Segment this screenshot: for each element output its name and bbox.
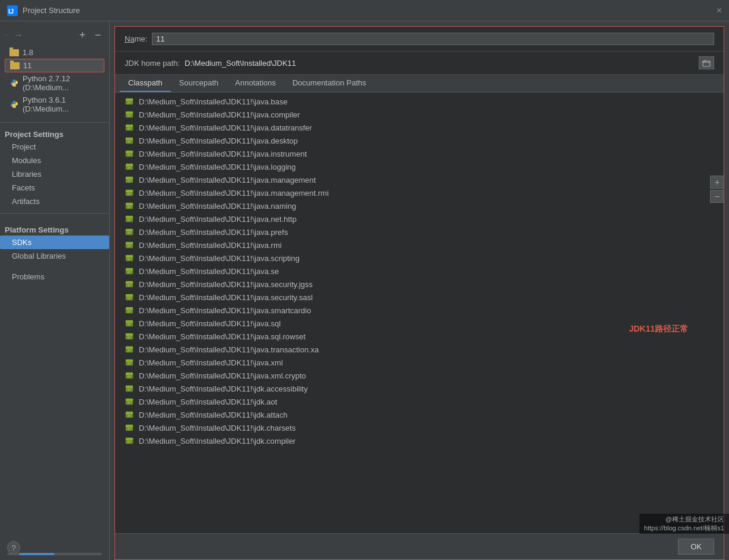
divider (0, 213, 109, 214)
help-button[interactable]: ? (7, 541, 20, 554)
sdk-item-11[interactable]: 11 (5, 59, 104, 72)
sdk-item-label: 1.8 (23, 48, 33, 57)
close-button[interactable]: × (717, 5, 722, 16)
jar-icon (125, 123, 134, 132)
classpath-list[interactable]: D:\Medium_Soft\Installed\JDK11!\java.bas… (115, 93, 724, 559)
jar-icon (125, 345, 134, 354)
svg-rect-32 (126, 190, 133, 192)
classpath-item: D:\Medium_Soft\Installed\JDK11!\jdk.char… (115, 421, 724, 434)
sidebar: ← → + − 1.8 11 (0, 21, 110, 560)
jar-icon (125, 110, 134, 119)
jar-icon (125, 436, 134, 446)
jar-icon (125, 397, 134, 406)
svg-rect-64 (126, 294, 133, 297)
sidebar-item-label: Libraries (12, 170, 42, 179)
jar-icon (125, 136, 134, 145)
svg-rect-4 (126, 98, 133, 101)
name-label: Name: (125, 34, 147, 43)
browse-button[interactable] (699, 56, 714, 69)
tabs-row: Classpath Sourcepath Annotations Documen… (115, 75, 724, 93)
classpath-item-text: D:\Medium_Soft\Installed\JDK11!\java.dat… (139, 123, 312, 132)
tab-classpath[interactable]: Classpath (120, 75, 171, 92)
watermark-line1: @稀土掘金技术社区 (666, 515, 724, 524)
sdk-item-python3[interactable]: Python 3.6.1 (D:\Medium... (5, 94, 104, 115)
remove-sdk-button[interactable]: − (91, 28, 104, 42)
add-sdk-button[interactable]: + (76, 28, 89, 42)
classpath-item-text: D:\Medium_Soft\Installed\JDK11!\jdk.aot (139, 397, 277, 406)
sidebar-item-sdks[interactable]: SDKs (0, 236, 109, 249)
jdk-path-value: D:\Medium_Soft\Installed\JDK11 (184, 59, 694, 68)
classpath-item-text: D:\Medium_Soft\Installed\JDK11!\java.xml… (139, 371, 306, 380)
intellij-icon: IJ (7, 5, 18, 16)
classpath-item: D:\Medium_Soft\Installed\JDK11!\java.man… (115, 186, 724, 199)
classpath-item: D:\Medium_Soft\Installed\JDK11!\java.scr… (115, 252, 724, 265)
classpath-item: D:\Medium_Soft\Installed\JDK11!\jdk.acce… (115, 382, 724, 395)
sidebar-item-modules[interactable]: Modules (0, 154, 109, 167)
sidebar-item-label: Artifacts (12, 197, 40, 206)
jar-icon (125, 371, 134, 380)
title-bar-left: IJ Project Structure (7, 5, 80, 16)
python-icon (9, 78, 19, 88)
jar-icon (125, 332, 134, 341)
classpath-item-text: D:\Medium_Soft\Installed\JDK11!\java.com… (139, 110, 300, 119)
svg-rect-72 (126, 320, 133, 323)
watermark-line2: https://blog.csdn.net/楠桐s1 (644, 524, 724, 533)
bottom-bar: OK (115, 533, 724, 559)
classpath-item: D:\Medium_Soft\Installed\JDK11!\java.xml… (115, 369, 724, 382)
classpath-item-text: D:\Medium_Soft\Installed\JDK11!\java.des… (139, 136, 298, 145)
jar-icon (125, 279, 134, 289)
svg-rect-40 (126, 216, 133, 218)
name-input[interactable] (152, 33, 714, 45)
sdk-item-1.8[interactable]: 1.8 (5, 46, 104, 59)
sidebar-item-label: Global Libraries (12, 252, 66, 260)
sidebar-item-libraries[interactable]: Libraries (0, 167, 109, 181)
classpath-item-text: D:\Medium_Soft\Installed\JDK11!\java.sec… (139, 293, 313, 302)
classpath-item: D:\Medium_Soft\Installed\JDK11!\jdk.comp… (115, 434, 724, 447)
svg-rect-104 (126, 425, 133, 427)
sdk-item-label: Python 2.7.12 (D:\Medium... (23, 74, 100, 92)
classpath-item-text: D:\Medium_Soft\Installed\JDK11!\java.bas… (139, 97, 288, 106)
sidebar-item-project[interactable]: Project (0, 140, 109, 154)
jar-icon (125, 162, 134, 171)
classpath-item-text: D:\Medium_Soft\Installed\JDK11!\java.sma… (139, 306, 311, 315)
content-panel: Name: JDK home path: D:\Medium_Soft\Inst… (114, 26, 724, 560)
jar-icon (125, 266, 134, 276)
forward-arrow[interactable]: → (14, 30, 23, 40)
classpath-item-text: D:\Medium_Soft\Installed\JDK11!\java.man… (139, 189, 329, 198)
svg-rect-108 (126, 438, 133, 440)
svg-rect-2 (703, 61, 710, 66)
classpath-item: D:\Medium_Soft\Installed\JDK11!\java.bas… (115, 95, 724, 108)
classpath-item-text: D:\Medium_Soft\Installed\JDK11!\jdk.atta… (139, 411, 288, 419)
svg-rect-44 (126, 229, 133, 231)
sidebar-item-problems[interactable]: Problems (0, 270, 109, 284)
classpath-item: D:\Medium_Soft\Installed\JDK11!\java.sec… (115, 291, 724, 304)
sidebar-item-global-libraries[interactable]: Global Libraries (0, 249, 109, 263)
tab-sourcepath[interactable]: Sourcepath (171, 75, 227, 92)
tab-annotations[interactable]: Annotations (227, 75, 284, 92)
classpath-item-text: D:\Medium_Soft\Installed\JDK11!\java.man… (139, 176, 316, 184)
svg-rect-12 (126, 125, 133, 127)
svg-rect-60 (126, 281, 133, 284)
classpath-item: D:\Medium_Soft\Installed\JDK11!\java.sma… (115, 304, 724, 317)
classpath-item: D:\Medium_Soft\Installed\JDK11!\java.com… (115, 108, 724, 121)
ok-button[interactable]: OK (678, 539, 714, 555)
back-arrow[interactable]: ← (2, 30, 11, 40)
svg-rect-76 (126, 333, 133, 336)
sidebar-item-facets[interactable]: Facets (0, 181, 109, 195)
jar-icon (125, 384, 134, 393)
svg-rect-36 (126, 203, 133, 205)
sidebar-item-label: Modules (12, 156, 41, 165)
classpath-item-text: D:\Medium_Soft\Installed\JDK11!\java.net… (139, 215, 297, 224)
svg-rect-28 (126, 177, 133, 179)
classpath-item: D:\Medium_Soft\Installed\JDK11!\java.xml (115, 356, 724, 369)
classpath-item: D:\Medium_Soft\Installed\JDK11!\jdk.aot (115, 395, 724, 408)
jar-icon (125, 410, 134, 419)
sidebar-item-artifacts[interactable]: Artifacts (0, 195, 109, 208)
tab-documentation-paths[interactable]: Documentation Paths (284, 75, 374, 92)
python-icon (9, 100, 19, 109)
sdk-item-python2[interactable]: Python 2.7.12 (D:\Medium... (5, 72, 104, 94)
classpath-item: D:\Medium_Soft\Installed\JDK11!\java.man… (115, 173, 724, 186)
classpath-item: D:\Medium_Soft\Installed\JDK11!\java.tra… (115, 343, 724, 356)
divider (0, 122, 109, 123)
jar-icon (125, 97, 134, 106)
